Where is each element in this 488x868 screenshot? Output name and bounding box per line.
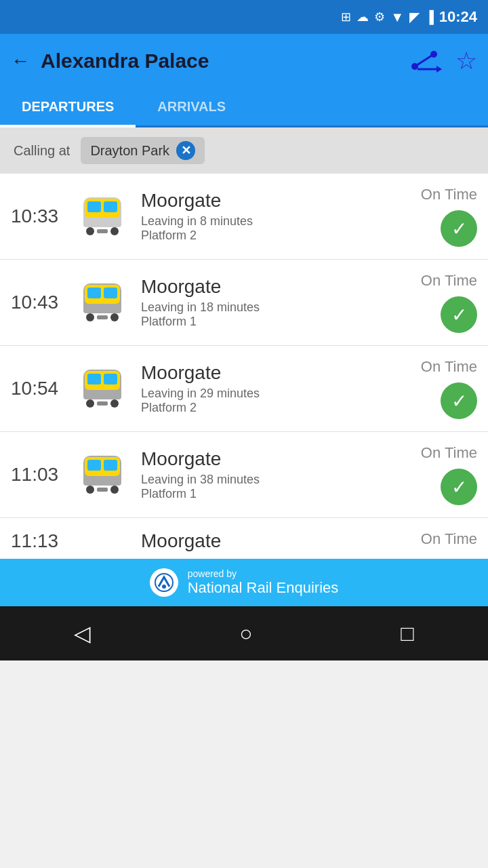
- powered-by-text: powered by: [188, 568, 339, 579]
- svg-point-11: [110, 227, 119, 235]
- status-icons: ⊞ ☁ ⚙ ▼ ◤ ▐ 10:24: [341, 8, 477, 26]
- clock: 10:24: [439, 8, 477, 26]
- status-bar: ⊞ ☁ ⚙ ▼ ◤ ▐ 10:24: [0, 0, 488, 34]
- header: ← Alexandra Palace ☆: [0, 34, 488, 88]
- svg-rect-28: [97, 401, 108, 406]
- svg-point-2: [430, 51, 437, 58]
- train-platform: Platform 2: [141, 229, 381, 243]
- departure-time: 10:43: [11, 292, 72, 313]
- train-destination: Moorgate: [141, 276, 381, 298]
- on-time-badge: ✓: [441, 210, 477, 247]
- train-info: Moorgate Leaving in 18 minutes Platform …: [133, 276, 389, 329]
- train-icon: [72, 192, 133, 241]
- svg-rect-7: [87, 201, 101, 212]
- footer-text: powered by National Rail Enquiries: [188, 568, 339, 597]
- svg-rect-8: [104, 201, 117, 212]
- train-status: On Time: [389, 530, 477, 548]
- train-list: 10:33 Moorgate Leaving in 8 minutes Plat…: [0, 174, 488, 559]
- svg-point-10: [86, 227, 94, 235]
- tab-departures[interactable]: DEPARTURES: [0, 88, 136, 125]
- calling-at-station: Drayton Park: [90, 143, 169, 159]
- on-time-badge: ✓: [441, 382, 477, 419]
- train-item[interactable]: 11:13 Moorgate On Time: [0, 518, 488, 559]
- svg-point-26: [86, 399, 94, 408]
- train-item[interactable]: 10:54 Moorgate Leaving in 29 minutes Pla…: [0, 346, 488, 432]
- footer: powered by National Rail Enquiries: [0, 559, 488, 606]
- status-text: On Time: [421, 186, 477, 203]
- route-change-icon[interactable]: [409, 47, 442, 75]
- train-leaving: Leaving in 38 minutes: [141, 473, 381, 487]
- svg-point-18: [86, 313, 94, 321]
- nav-bar: ◁ ○ □: [0, 606, 488, 660]
- svg-rect-17: [83, 304, 121, 313]
- train-icon: [72, 450, 133, 499]
- svg-rect-24: [104, 374, 117, 384]
- wifi-icon: ▼: [390, 9, 404, 25]
- svg-point-38: [162, 585, 166, 589]
- train-info: Moorgate Leaving in 8 minutes Platform 2: [133, 190, 389, 243]
- upload-icon: ☁: [357, 9, 369, 24]
- departure-time: 11:03: [11, 464, 72, 486]
- train-destination: Moorgate: [141, 448, 381, 470]
- calling-at-bar: Calling at Drayton Park ✕: [0, 127, 488, 174]
- svg-marker-4: [436, 66, 442, 73]
- train-leaving: Leaving in 29 minutes: [141, 387, 381, 401]
- train-platform: Platform 1: [141, 487, 381, 501]
- train-info: Moorgate Leaving in 38 minutes Platform …: [133, 448, 389, 501]
- calling-at-chip[interactable]: Drayton Park ✕: [81, 137, 205, 164]
- train-icon: [72, 278, 133, 327]
- svg-rect-36: [97, 488, 108, 492]
- train-status: On Time ✓: [389, 272, 477, 333]
- tab-arrivals[interactable]: ARRIVALS: [136, 88, 247, 125]
- departure-time: 10:54: [11, 378, 72, 399]
- brand-text: National Rail Enquiries: [188, 579, 339, 596]
- train-info: Moorgate: [133, 530, 389, 552]
- on-time-badge: ✓: [441, 469, 477, 505]
- train-item[interactable]: 10:43 Moorgate Leaving in 18 minutes Pla…: [0, 260, 488, 346]
- departure-time: 11:13: [11, 530, 72, 552]
- tabs-container: DEPARTURES ARRIVALS: [0, 88, 488, 127]
- train-info: Moorgate Leaving in 29 minutes Platform …: [133, 362, 389, 415]
- departure-time: 10:33: [11, 205, 72, 227]
- status-text: On Time: [421, 444, 477, 462]
- svg-rect-16: [104, 288, 117, 298]
- battery-icon: ▐: [425, 10, 434, 24]
- header-right: ☆: [409, 47, 477, 75]
- svg-rect-32: [104, 460, 117, 471]
- train-item[interactable]: 11:03 Moorgate Leaving in 38 minutes Pla…: [0, 432, 488, 518]
- page-title: Alexandra Palace: [41, 50, 209, 73]
- svg-rect-15: [87, 288, 101, 298]
- train-status: On Time ✓: [389, 186, 477, 247]
- svg-point-27: [110, 399, 119, 408]
- favorite-icon[interactable]: ☆: [455, 47, 477, 75]
- remove-filter-button[interactable]: ✕: [176, 141, 195, 160]
- train-destination: Moorgate: [141, 362, 381, 384]
- photo-icon: ⊞: [341, 9, 351, 24]
- back-button[interactable]: ←: [11, 50, 30, 72]
- svg-point-35: [110, 486, 119, 494]
- svg-rect-31: [87, 460, 101, 471]
- svg-rect-25: [83, 390, 121, 399]
- train-status: On Time ✓: [389, 444, 477, 505]
- svg-point-19: [110, 313, 119, 321]
- signal-icon: ◤: [409, 9, 420, 25]
- svg-rect-33: [83, 476, 121, 486]
- train-platform: Platform 2: [141, 401, 381, 415]
- status-text: On Time: [421, 272, 477, 290]
- back-nav-button[interactable]: ◁: [74, 620, 91, 646]
- national-rail-logo: [150, 568, 178, 597]
- on-time-badge: ✓: [441, 296, 477, 333]
- svg-rect-20: [97, 315, 108, 319]
- train-item[interactable]: 10:33 Moorgate Leaving in 8 minutes Plat…: [0, 174, 488, 260]
- recents-nav-button[interactable]: □: [401, 621, 413, 646]
- header-left: ← Alexandra Palace: [11, 50, 209, 73]
- train-destination: Moorgate: [141, 190, 381, 212]
- svg-rect-9: [83, 218, 121, 227]
- calling-at-label: Calling at: [14, 143, 70, 159]
- status-text: On Time: [421, 530, 477, 548]
- train-icon: [72, 364, 133, 413]
- android-icon: ⚙: [374, 9, 385, 24]
- train-leaving: Leaving in 8 minutes: [141, 214, 381, 229]
- home-nav-button[interactable]: ○: [239, 621, 252, 646]
- train-leaving: Leaving in 18 minutes: [141, 300, 381, 315]
